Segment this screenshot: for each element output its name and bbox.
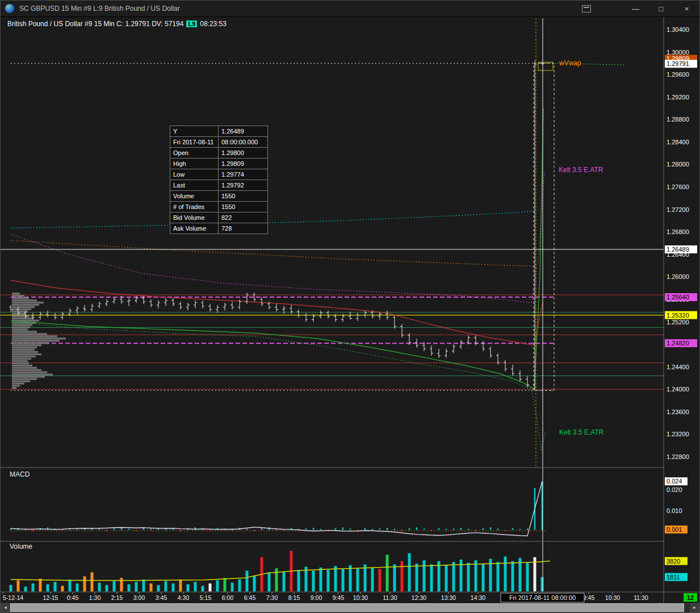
volume-profile-bar	[12, 344, 41, 346]
tooltip-row: Volume1550	[170, 191, 268, 202]
close-button[interactable]: ×	[674, 1, 699, 16]
vwap-label: wVwap	[559, 59, 581, 67]
volume-bar	[320, 568, 322, 591]
volume-bar	[128, 584, 131, 591]
volume-bar	[452, 562, 455, 591]
macd-histogram-bar	[114, 528, 115, 530]
chart-number-badge-label: 12	[687, 594, 694, 601]
workspace-icon[interactable]	[582, 5, 591, 12]
volume-profile-bar	[12, 358, 31, 360]
scroll-right-button[interactable]: ►	[690, 603, 699, 612]
tooltip-field-value: 1550	[219, 191, 268, 202]
volume-profile-bar	[12, 335, 57, 337]
macd-histogram-bar	[143, 528, 145, 529]
volume-profile-bar	[12, 295, 24, 297]
volume-bar	[194, 582, 197, 591]
time-axis-label: 5-12-14	[3, 594, 23, 601]
macd-histogram-bar	[438, 528, 440, 529]
price-axis-value: 1.25320	[667, 312, 689, 319]
volume-bar	[172, 583, 175, 591]
volume-bar	[357, 568, 359, 591]
volume-bar	[61, 586, 64, 591]
volume-profile-bar	[12, 331, 37, 332]
macd-histogram-bar	[379, 528, 381, 530]
volume-profile-bar	[12, 376, 45, 377]
volume-profile-bar	[12, 369, 41, 371]
tooltip-row: Bid Volume822	[170, 212, 268, 223]
volume-bar	[224, 578, 227, 591]
volume-bar	[283, 572, 286, 591]
macd-panel-label: MACD	[10, 470, 30, 478]
macd-histogram-bar	[453, 528, 455, 530]
volume-bar	[497, 562, 500, 591]
scroll-left-button[interactable]: ◄	[1, 603, 10, 612]
volume-bar	[47, 584, 49, 591]
time-axis-label: 9:00	[311, 594, 322, 601]
macd-axis-tick: 0.001	[667, 526, 682, 533]
price-axis-tick: 1.30000	[667, 49, 689, 56]
volume-profile-bar	[12, 304, 39, 306]
volume-profile-bar	[12, 333, 47, 335]
volume-bar	[430, 564, 433, 591]
moving-average-red	[11, 280, 543, 345]
volume-bar	[526, 563, 529, 591]
price-axis-tick: 1.27600	[667, 184, 689, 190]
scrollbar-thumb[interactable]	[10, 603, 684, 612]
volume-profile-bar	[12, 351, 38, 353]
macd-histogram-bar	[416, 527, 418, 529]
titlebar-controls: — □ ×	[582, 1, 699, 16]
macd-histogram-bar	[483, 528, 484, 530]
chart-canvas[interactable]: 1.304001.300001.296001.292001.288001.284…	[1, 1, 700, 613]
price-axis-tick: 1.29200	[667, 94, 689, 101]
macd-histogram-bar	[468, 529, 470, 530]
tooltip-field-value: 1.29792	[219, 180, 268, 191]
volume-bar	[401, 561, 404, 591]
price-axis-tick: 1.28800	[667, 116, 689, 123]
minimize-button[interactable]: —	[623, 1, 648, 16]
macd-histogram-bar	[84, 528, 86, 530]
volume-bar	[187, 584, 190, 591]
volume-bar	[512, 561, 514, 591]
time-axis-label: 14:30	[471, 594, 485, 601]
volume-profile-bar	[12, 382, 24, 384]
tooltip-row: Low1.29774	[170, 169, 268, 180]
horizontal-scrollbar[interactable]: ◄ ►	[1, 603, 699, 612]
volume-bar	[10, 585, 12, 591]
volume-bar	[364, 564, 367, 591]
tooltip-row: High1.29809	[170, 159, 268, 169]
volume-bar	[416, 564, 418, 591]
volume-profile-bar	[12, 360, 28, 362]
time-axis-label: 11:30	[634, 594, 648, 601]
price-axis-value: 1.29791	[667, 60, 689, 67]
time-axis-label: 12-15	[43, 594, 58, 601]
titlebar: SC GBPUSD 15 Min #9 L:9 British Pound / …	[1, 1, 699, 17]
tooltip-row: Y1.26489	[170, 126, 268, 137]
maximize-button[interactable]: □	[648, 1, 674, 16]
time-axis-label: 9:45	[583, 594, 595, 601]
macd-histogram-bar	[335, 528, 337, 530]
volume-bar	[113, 581, 116, 591]
volume-bar	[106, 585, 108, 591]
time-axis-label: 6:45	[244, 594, 256, 601]
volume-bar	[83, 576, 86, 591]
price-axis-tick: 1.26800	[667, 228, 689, 235]
tooltip-row: Fri 2017-08-1108:00:00.000	[170, 137, 268, 148]
volume-bar	[209, 583, 212, 591]
volume-profile-bar	[12, 324, 32, 326]
volume-bar	[32, 583, 35, 591]
macd-line	[11, 481, 542, 536]
chart-header-text: British Pound / US Dollar #9 15 Min C: 1…	[7, 20, 183, 28]
volume-profile-bar	[12, 340, 60, 341]
macd-histogram-bar	[305, 528, 307, 530]
volume-profile-bar	[12, 342, 49, 344]
time-axis-label: 0:45	[67, 594, 79, 601]
macd-histogram-bar	[136, 530, 137, 531]
volume-bar	[120, 578, 123, 591]
macd-histogram-bar	[313, 528, 315, 530]
macd-histogram-bar	[527, 529, 529, 530]
price-axis-tick: 1.24000	[667, 386, 689, 393]
volume-bar	[98, 583, 101, 591]
volume-bar	[504, 556, 507, 591]
macd-histogram-bar	[254, 530, 255, 531]
tooltip-field-label: Last	[170, 180, 219, 191]
